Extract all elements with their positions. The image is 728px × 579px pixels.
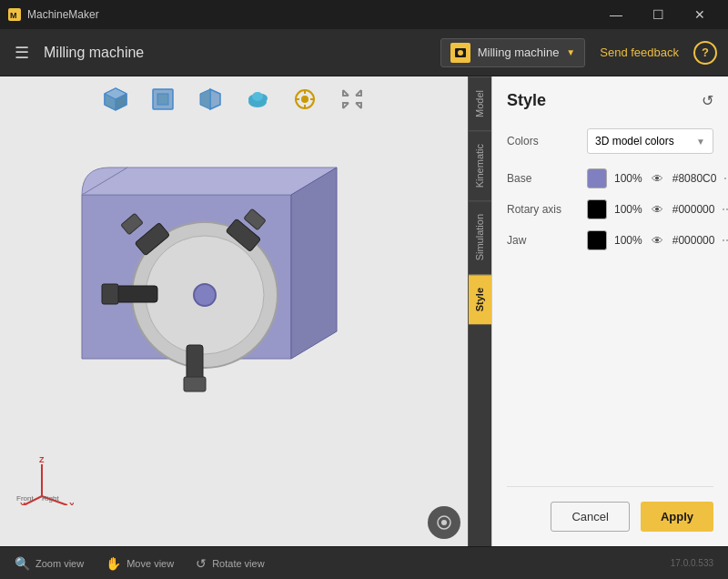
- base-hex-code: #8080C0: [672, 172, 717, 185]
- maximize-button[interactable]: ☐: [637, 0, 679, 29]
- fit-view-button[interactable]: [336, 83, 369, 116]
- help-button[interactable]: ?: [693, 41, 717, 65]
- svg-point-15: [252, 92, 263, 101]
- bottom-bar: 🔍 Zoom view ✋ Move view ↺ Rotate view 17…: [0, 546, 728, 579]
- move-icon: ✋: [106, 556, 121, 571]
- bottom-right: 17.0.0.533: [671, 558, 713, 568]
- jaw-color-swatch[interactable]: [587, 230, 607, 250]
- cancel-button[interactable]: Cancel: [551, 502, 629, 532]
- minimize-button[interactable]: —: [595, 0, 637, 29]
- hamburger-menu-button[interactable]: ☰: [11, 39, 33, 66]
- rotate-icon: ↺: [196, 556, 207, 571]
- svg-text:Z: Z: [39, 455, 45, 464]
- apply-button[interactable]: Apply: [641, 502, 713, 532]
- tab-style[interactable]: Style: [469, 274, 491, 324]
- side-view-button[interactable]: [194, 83, 227, 116]
- explode-button[interactable]: [241, 83, 274, 116]
- svg-rect-39: [102, 284, 118, 304]
- panel-header: Style ↺: [507, 91, 713, 110]
- jaw-more-button[interactable]: ⋯: [722, 234, 728, 247]
- toolbar-right: Milling machine ▼ Send feedback ?: [440, 38, 717, 67]
- panel-title: Style: [507, 91, 546, 110]
- color-row-base: Base 100% 👁 #8080C0 ⋯: [507, 168, 713, 188]
- colors-dropdown-arrow-icon: ▼: [696, 137, 705, 147]
- app-title: Milling machine: [44, 45, 144, 61]
- tab-model[interactable]: Model: [469, 76, 491, 130]
- 3d-view-area[interactable]: Z X Y Front Right: [0, 122, 468, 546]
- rotary-opacity: 100%: [614, 203, 642, 216]
- base-visibility-button[interactable]: 👁: [650, 170, 665, 188]
- rotary-visibility-button[interactable]: 👁: [650, 201, 665, 218]
- zoom-icon: 🔍: [15, 556, 30, 571]
- base-opacity: 100%: [614, 172, 642, 185]
- base-more-button[interactable]: ⋯: [723, 172, 728, 185]
- dropdown-arrow-icon: ▼: [566, 47, 575, 57]
- colors-select-value: 3D model colors: [595, 135, 674, 147]
- svg-marker-11: [200, 89, 210, 109]
- color-row-jaw: Jaw 100% 👁 #000000 ⋯: [507, 230, 713, 250]
- svg-marker-28: [291, 168, 337, 359]
- side-tab-panel: Model Kinematic Simulation Style: [468, 76, 491, 546]
- zoom-view-tool[interactable]: 🔍 Zoom view: [15, 556, 84, 571]
- titlebar-left: M MachineMaker: [7, 7, 99, 22]
- machine-selector[interactable]: Milling machine ▼: [440, 38, 586, 67]
- perspective-view-button[interactable]: [99, 83, 132, 116]
- jaw-opacity: 100%: [614, 234, 642, 247]
- main-content: Z X Y Front Right: [0, 76, 728, 546]
- rotate-view-label: Rotate view: [212, 558, 264, 569]
- jaw-hex-code: #000000: [672, 234, 715, 247]
- titlebar-controls: — ☐ ✕: [595, 0, 721, 29]
- base-label: Base: [507, 172, 580, 185]
- reset-button[interactable]: ↺: [702, 92, 713, 109]
- zoom-view-label: Zoom view: [35, 558, 84, 569]
- tab-kinematic[interactable]: Kinematic: [469, 130, 491, 200]
- svg-point-31: [194, 284, 216, 306]
- app-logo-icon: M: [7, 7, 22, 22]
- svg-text:X: X: [69, 501, 74, 505]
- colors-row: Colors 3D model colors ▼: [507, 128, 713, 154]
- front-view-button[interactable]: [147, 83, 179, 116]
- svg-text:Right: Right: [42, 494, 59, 503]
- rotary-color-swatch[interactable]: [587, 199, 607, 219]
- close-button[interactable]: ✕: [679, 0, 721, 29]
- base-color-swatch[interactable]: [587, 168, 607, 188]
- svg-point-17: [301, 96, 308, 103]
- main-toolbar: ☰ Milling machine Milling machine ▼ Send…: [0, 29, 728, 76]
- color-row-rotary: Rotary axis 100% 👁 #000000 ⋯: [507, 199, 713, 219]
- rotary-label: Rotary axis: [507, 203, 580, 216]
- feedback-button[interactable]: Send feedback: [600, 46, 679, 59]
- colors-select[interactable]: 3D model colors ▼: [587, 128, 713, 154]
- move-view-label: Move view: [126, 558, 174, 569]
- tab-simulation[interactable]: Simulation: [469, 200, 491, 273]
- svg-point-3: [458, 50, 463, 56]
- measure-button[interactable]: [288, 83, 321, 116]
- rotary-hex-code: #000000: [672, 203, 715, 216]
- colors-label: Colors: [507, 135, 580, 147]
- viewport: Z X Y Front Right: [0, 76, 468, 546]
- move-view-tool[interactable]: ✋ Move view: [106, 556, 174, 571]
- svg-text:Front: Front: [16, 494, 34, 503]
- svg-point-49: [441, 520, 447, 525]
- jaw-visibility-button[interactable]: 👁: [650, 232, 665, 249]
- svg-rect-37: [184, 377, 206, 391]
- camera-reset-button[interactable]: [428, 506, 460, 539]
- style-panel: Style ↺ Colors 3D model colors ▼ Base 10…: [491, 76, 728, 546]
- version-label: 17.0.0.533: [671, 558, 713, 568]
- viewport-toolbar: [0, 76, 468, 122]
- app-name: MachineMaker: [27, 8, 99, 21]
- machine-icon: [450, 43, 470, 63]
- svg-rect-38: [116, 286, 157, 302]
- svg-rect-9: [157, 94, 168, 105]
- svg-marker-10: [210, 89, 220, 109]
- rotate-view-tool[interactable]: ↺ Rotate view: [196, 556, 264, 571]
- machine-name: Milling machine: [478, 46, 560, 59]
- machine-3d-model: [27, 140, 373, 450]
- svg-text:M: M: [10, 11, 17, 20]
- rotary-more-button[interactable]: ⋯: [722, 203, 728, 216]
- axis-indicator: Z X Y Front Right: [15, 446, 69, 501]
- titlebar: M MachineMaker — ☐ ✕: [0, 0, 728, 29]
- bottom-tools: 🔍 Zoom view ✋ Move view ↺ Rotate view: [15, 556, 265, 571]
- jaw-label: Jaw: [507, 234, 580, 247]
